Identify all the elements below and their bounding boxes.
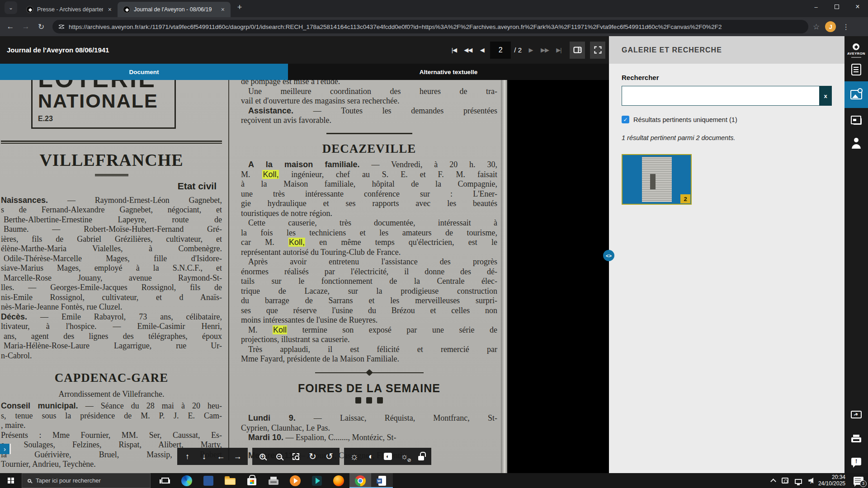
np-gap [241, 404, 497, 413]
new-tab-button[interactable]: + [233, 1, 246, 14]
tool-contrast-button[interactable] [363, 448, 379, 465]
sidebar-item-feedback[interactable] [844, 450, 868, 473]
result-thumbnail[interactable]: 2 [622, 154, 692, 205]
tool-rotate-cw-button[interactable] [304, 448, 321, 465]
tool-rotate-ccw-button[interactable] [321, 448, 338, 465]
browser-tab-inactive[interactable]: Presse - Archives départementa × [21, 2, 118, 17]
tool-pan-up-button[interactable] [179, 448, 196, 465]
sidebar-item-document[interactable] [844, 58, 868, 81]
tool-zoom-select-button[interactable] [288, 448, 304, 465]
tab-search-button[interactable]: ⌄ [5, 1, 17, 14]
tab-document[interactable]: Document [0, 64, 288, 80]
browser-menu-icon[interactable]: ⋮ [842, 23, 849, 31]
notification-center-icon[interactable]: 3 [854, 477, 863, 485]
tab-alternative-textuelle[interactable]: Alternative textuelle [288, 64, 609, 80]
invert-icon [384, 453, 392, 460]
tool-zoom-in-button[interactable] [254, 448, 271, 465]
search-input[interactable] [622, 86, 819, 106]
reload-button[interactable]: ↻ [34, 20, 48, 33]
newspaper-line: Conseil municipal. — Séance du 28 mai à … [1, 401, 222, 411]
tab-close-icon[interactable]: × [107, 6, 113, 13]
contrast-icon [368, 452, 373, 461]
share-icon [851, 411, 862, 418]
double-rule [1, 141, 222, 144]
fullscreen-button[interactable] [590, 42, 605, 59]
taskbar-app-edge[interactable] [176, 473, 198, 488]
clear-search-button[interactable]: x [819, 86, 832, 106]
paragraph: Conseil municipal. — Séance du 28 mai à … [1, 401, 222, 431]
tool-pan-right-button[interactable] [229, 448, 246, 465]
panel-resize-handle[interactable]: <> [603, 250, 614, 261]
sidebar-item-person[interactable] [844, 131, 868, 155]
taskbar-app-chrome[interactable] [349, 473, 371, 488]
taskbar-app-fax[interactable] [263, 473, 284, 488]
np-gap [241, 126, 497, 133]
tool-lock-button[interactable] [413, 448, 429, 465]
ad-code: E.23 [38, 115, 175, 123]
ad-headline: NATIONALE [38, 91, 175, 111]
tool-reset-filters-button[interactable] [396, 448, 413, 465]
sidebar-item-screens[interactable] [844, 108, 868, 131]
back-button[interactable]: ← [4, 20, 17, 33]
taskbar-clock[interactable]: 20:34 24/10/2025 [818, 474, 845, 487]
rewind-pages-button[interactable]: ◀◀ [462, 41, 474, 59]
minimize-button[interactable]: – [806, 0, 826, 14]
newspaper-line: vail et d'ouverture des magasins sera re… [241, 96, 497, 106]
volume-control[interactable]: ) [808, 478, 812, 483]
next-page-button[interactable]: ▶ [525, 41, 537, 59]
relevant-only-row: ✓ Résultats pertinents uniquement (1) [622, 116, 832, 123]
forward-pages-button[interactable]: ▶▶ [539, 41, 551, 59]
tool-zoom-out-button[interactable] [271, 448, 288, 465]
relevant-only-checkbox[interactable]: ✓ [622, 116, 629, 123]
page-layout-button[interactable] [570, 42, 585, 59]
tray-device-icon[interactable] [782, 478, 788, 483]
zoom-in-icon [259, 454, 265, 460]
sidebar-item-share[interactable] [844, 403, 868, 426]
tab-close-icon[interactable]: × [220, 6, 226, 13]
taskbar-app-worddoc[interactable] [371, 473, 393, 488]
taskbar-app-firefox[interactable] [328, 473, 349, 488]
tool-pan-left-button[interactable] [212, 448, 229, 465]
network-icon[interactable] [795, 479, 802, 484]
taskbar-app-word[interactable] [198, 473, 219, 488]
word-icon [203, 476, 213, 486]
last-page-button[interactable]: ▶| [553, 41, 565, 59]
previous-page-button[interactable]: ◀ [476, 41, 488, 59]
close-button[interactable]: × [847, 0, 868, 14]
pan-left-icon [217, 452, 225, 461]
tool-pan-down-button[interactable] [196, 448, 212, 465]
sub-rule [95, 174, 128, 176]
profile-avatar[interactable]: J [825, 21, 836, 32]
newspaper-line: représentant autorisé du Touring-Club de… [241, 248, 497, 258]
paragraph: M. Koll termine son exposé par une série… [241, 325, 497, 345]
taskbar-app-explorer[interactable] [219, 473, 241, 488]
site-settings-icon[interactable] [59, 25, 64, 28]
first-page-button[interactable]: |◀ [448, 41, 460, 59]
forward-button[interactable]: → [19, 20, 33, 33]
document-title: Journal de l'Aveyron 08/06/1941 [7, 46, 109, 54]
sidebar-item-gallery-search[interactable] [844, 81, 868, 108]
bookmark-star-icon[interactable]: ☆ [813, 22, 820, 32]
newspaper-line: , maire. [1, 421, 222, 431]
page-number-input[interactable]: 2 [490, 42, 511, 59]
maximize-button[interactable] [826, 0, 847, 14]
taskbar-app-store[interactable] [241, 473, 263, 488]
browser-toolbar: ← → ↻ https://archives.aveyron.fr/ark:/1… [0, 17, 868, 36]
left-edge-toggle-button[interactable]: › [0, 444, 11, 454]
newspaper-scan[interactable]: LOTERIENATIONALEE.23VILLEFRANCHEEtat civ… [0, 80, 507, 473]
taskbar-search-placeholder: Taper ici pour rechercher [36, 477, 101, 484]
taskbar-app-media-teal[interactable] [306, 473, 328, 488]
start-button[interactable] [0, 473, 22, 488]
browser-tab-active[interactable]: Journal de l'Aveyron - 08/06/19 × [118, 2, 231, 17]
address-bar[interactable]: https://archives.aveyron.fr/ark:/11971/v… [52, 20, 808, 33]
taskbar-app-taskview[interactable] [154, 473, 176, 488]
aveyron-logo[interactable]: AVEYRON [847, 43, 865, 58]
taskbar-app-media-orange[interactable] [284, 473, 306, 488]
newspaper-line: Cette causerie, très documentée, intéres… [241, 218, 497, 228]
tool-brightness-button[interactable] [346, 448, 363, 465]
taskbar-search-box[interactable]: Taper ici pour rechercher [22, 473, 151, 488]
tool-invert-button[interactable] [379, 448, 396, 465]
sidebar-item-print[interactable] [844, 426, 868, 450]
tray-expand-icon[interactable] [770, 479, 776, 484]
document-viewer[interactable]: LOTERIENATIONALEE.23VILLEFRANCHEEtat civ… [0, 80, 609, 473]
